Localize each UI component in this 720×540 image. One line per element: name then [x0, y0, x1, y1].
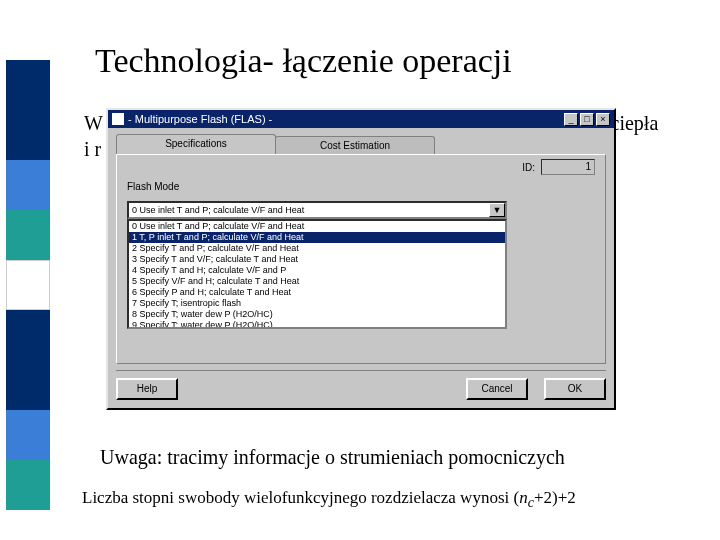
list-item[interactable]: 0 Use inlet T and P; calculate V/F and H… [129, 221, 505, 232]
footnote-1: Uwaga: tracimy informacje o strumieniach… [100, 446, 565, 469]
list-item[interactable]: 3 Specify T and V/F; calculate T and Hea… [129, 254, 505, 265]
close-button[interactable]: × [596, 113, 610, 126]
sidebar-block [6, 110, 50, 160]
cancel-button[interactable]: Cancel [466, 378, 528, 400]
tab-strip: Specifications Cost Estimation [116, 134, 606, 154]
flash-mode-combo[interactable]: 0 Use inlet T and P; calculate V/F and H… [127, 201, 507, 219]
list-item[interactable]: 8 Specify T; water dew P (H2O/HC) [129, 309, 505, 320]
maximize-button[interactable]: □ [580, 113, 594, 126]
flash-mode-label: Flash Mode [127, 181, 179, 192]
sidebar-block [6, 410, 50, 460]
slide-title: Technologia- łączenie operacji [95, 42, 512, 80]
sidebar-block [6, 210, 50, 260]
footnote-2-nc: n [519, 488, 528, 507]
flash-dialog: - Multipurpose Flash (FLAS) - _ □ × Spec… [106, 108, 616, 410]
body-text-fragment: ciepła [611, 112, 659, 134]
sidebar-block [6, 460, 50, 510]
body-text-fragment: W [84, 112, 103, 134]
id-field[interactable]: 1 [541, 159, 595, 175]
body-text-line: i r [84, 138, 101, 161]
list-item[interactable]: 2 Specify T and P; calculate V/F and Hea… [129, 243, 505, 254]
sidebar-block [6, 60, 50, 110]
tab-cost-estimation[interactable]: Cost Estimation [275, 136, 435, 154]
sidebar-block [6, 360, 50, 410]
footnote-2-tail: +2)+2 [534, 488, 576, 507]
list-item[interactable]: 9 Specify T; water dew P (H2O/HC) [129, 320, 505, 329]
sidebar-block [6, 260, 50, 310]
minimize-button[interactable]: _ [564, 113, 578, 126]
list-item[interactable]: 4 Specify T and H; calculate V/F and P [129, 265, 505, 276]
list-item[interactable]: 5 Specify V/F and H; calculate T and Hea… [129, 276, 505, 287]
tab-pane: ID: 1 Flash Mode 0 Use inlet T and P; ca… [116, 154, 606, 364]
app-icon [112, 113, 124, 125]
list-item[interactable]: 7 Specify T; isentropic flash [129, 298, 505, 309]
list-item[interactable]: 1 T, P inlet T and P; calculate V/F and … [129, 232, 505, 243]
footnote-2: Liczba stopni swobody wielofunkcyjnego r… [82, 488, 576, 511]
dialog-title: - Multipurpose Flash (FLAS) - [128, 113, 272, 125]
flash-mode-listbox[interactable]: 0 Use inlet T and P; calculate V/F and H… [127, 219, 507, 329]
list-item[interactable]: 6 Specify P and H; calculate T and Heat [129, 287, 505, 298]
dialog-titlebar[interactable]: - Multipurpose Flash (FLAS) - _ □ × [108, 110, 614, 128]
id-label: ID: [522, 162, 535, 173]
combo-selected-text: 0 Use inlet T and P; calculate V/F and H… [132, 205, 304, 215]
dialog-button-row: Help Cancel OK [116, 370, 606, 400]
decorative-sidebar [0, 0, 56, 540]
help-button[interactable]: Help [116, 378, 178, 400]
footnote-2-text: Liczba stopni swobody wielofunkcyjnego r… [82, 488, 519, 507]
tab-specifications[interactable]: Specifications [116, 134, 276, 154]
sidebar-block [6, 160, 50, 210]
sidebar-block [6, 310, 50, 360]
chevron-down-icon[interactable]: ▼ [489, 203, 505, 217]
ok-button[interactable]: OK [544, 378, 606, 400]
